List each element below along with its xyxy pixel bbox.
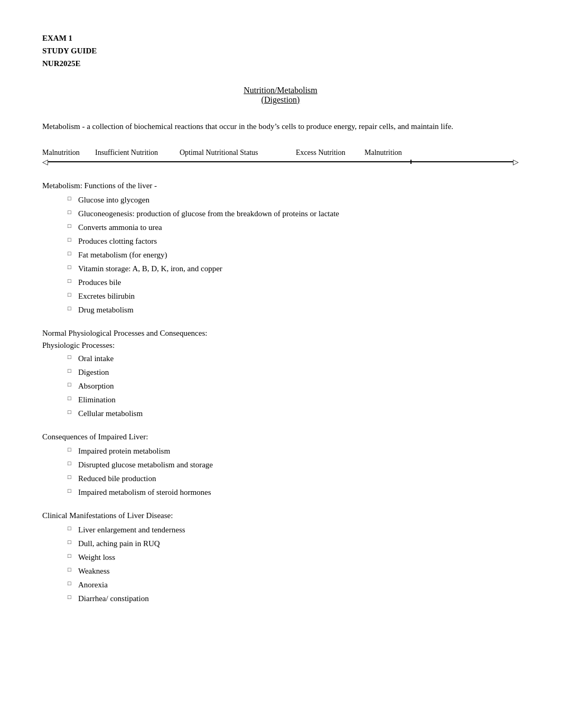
physiologic-section: Normal Physiological Processes and Conse… [42,329,519,420]
title-sub: (Digestion) [42,95,519,105]
physiologic-item: Digestion [68,366,519,379]
liver-function-item: Gluconeogenesis: production of glucose f… [68,207,519,220]
label-malnutrition-left: Malnutrition [42,149,95,157]
physiologic-item: Absorption [68,380,519,392]
nutrition-bar-arrow-row: ◁ ▷ [42,158,519,167]
impaired-liver-section: Consequences of Impaired Liver: Impaired… [42,432,519,499]
clinical-manifestation-item: Anorexia [68,578,519,591]
clinical-manifestation-item: Weakness [68,565,519,577]
physiologic-sub-title: Physiologic Processes: [42,341,519,350]
clinical-manifestation-item: Liver enlargement and tenderness [68,523,519,536]
clinical-manifestation-item: Weight loss [68,551,519,564]
document-header: EXAM 1 STUDY GUIDE NUR2025E [42,32,519,70]
page-title: Nutrition/Metabolism (Digestion) [42,86,519,105]
title-main: Nutrition/Metabolism [42,86,519,95]
intro-paragraph: Metabolism - a collection of biochemical… [42,121,519,133]
clinical-manifestations-section: Clinical Manifestations of Liver Disease… [42,511,519,605]
liver-function-item: Glucose into glycogen [68,193,519,206]
clinical-manifestation-item: Dull, aching pain in RUQ [68,537,519,550]
nutrition-bar-section: Malnutrition Insufficient Nutrition Opti… [42,149,519,167]
physiologic-item: Cellular metabolism [68,407,519,420]
impaired-liver-item: Reduced bile production [68,472,519,485]
physiologic-list: Oral intakeDigestionAbsorptionEliminatio… [42,352,519,420]
arrow-right-icon: ▷ [513,158,519,167]
physiologic-item: Elimination [68,393,519,406]
liver-functions-title: Metabolism: Functions of the liver - [42,181,519,190]
liver-function-item: Excretes bilirubin [68,290,519,302]
label-malnutrition-right: Malnutrition [364,149,412,157]
header-line3: NUR2025E [42,57,519,70]
physiologic-item: Oral intake [68,352,519,365]
liver-function-item: Produces bile [68,276,519,289]
impaired-liver-list: Impaired protein metabolismDisrupted glu… [42,445,519,499]
physiologic-section-title: Normal Physiological Processes and Conse… [42,329,519,338]
clinical-manifestations-title: Clinical Manifestations of Liver Disease… [42,511,519,520]
liver-function-item: Vitamin storage: A, B, D, K, iron, and c… [68,262,519,275]
liver-function-item: Produces clotting factors [68,235,519,247]
liver-function-item: Fat metabolism (for energy) [68,248,519,261]
impaired-liver-item: Impaired protein metabolism [68,445,519,457]
bar-line [48,160,513,164]
label-excess: Excess Nutrition [296,149,364,157]
impaired-liver-item: Disrupted glucose metabolism and storage [68,458,519,471]
liver-functions-section: Metabolism: Functions of the liver - Glu… [42,181,519,316]
clinical-manifestation-item: Diarrhea/ constipation [68,592,519,605]
header-line2: STUDY GUIDE [42,44,519,57]
liver-functions-list: Glucose into glycogenGluconeogenesis: pr… [42,193,519,316]
nutrition-bar-labels: Malnutrition Insufficient Nutrition Opti… [42,149,519,157]
arrow-left-icon: ◁ [42,158,48,167]
label-optimal: Optimal Nutritional Status [180,149,296,157]
header-line1: EXAM 1 [42,32,519,44]
clinical-manifestations-list: Liver enlargement and tendernessDull, ac… [42,523,519,605]
liver-function-item: Drug metabolism [68,303,519,316]
liver-function-item: Converts ammonia to urea [68,221,519,234]
label-insufficient: Insufficient Nutrition [95,149,180,157]
impaired-liver-item: Impaired metabolism of steroid hormones [68,486,519,499]
impaired-liver-title: Consequences of Impaired Liver: [42,432,519,441]
